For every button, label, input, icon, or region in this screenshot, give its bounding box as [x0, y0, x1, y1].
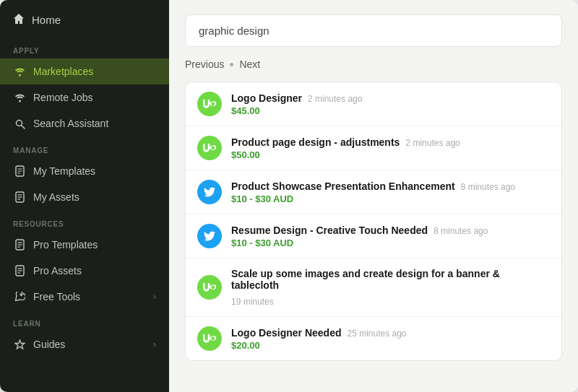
job-title: Resume Design - Creative Touch Needed: [231, 225, 428, 236]
search-bar: graphic design: [185, 14, 562, 47]
job-item-job-2[interactable]: Product page design - adjustments2 minut…: [186, 126, 561, 170]
job-item-job-6[interactable]: Logo Designer Needed25 minutes ago$20.00: [186, 317, 561, 360]
home-icon: [13, 13, 25, 27]
pagination-separator: [230, 63, 233, 66]
job-logo-upwork: [197, 275, 222, 300]
job-info: Resume Design - Creative Touch Needed8 m…: [231, 225, 550, 248]
job-info: Scale up some images and create design f…: [231, 268, 550, 307]
sidebar-item-my-assets[interactable]: My Assets: [0, 184, 169, 210]
sidebar-item-pro-templates[interactable]: Pro Templates: [0, 232, 169, 258]
job-info: Logo Designer2 minutes ago$45.00: [231, 92, 550, 116]
pagination-row: Previous Next: [185, 58, 562, 70]
svg-line-3: [22, 126, 25, 129]
svg-marker-20: [15, 340, 25, 349]
job-time: 2 minutes ago: [405, 138, 460, 148]
sidebar-section-label: APPLY: [0, 37, 169, 58]
job-item-job-1[interactable]: Logo Designer2 minutes ago$45.00: [186, 82, 561, 126]
sidebar: Home APPLY Marketplaces Remote Jobs Sear…: [0, 0, 169, 392]
sidebar-item-label: My Templates: [33, 165, 95, 177]
job-item-job-4[interactable]: Resume Design - Creative Touch Needed8 m…: [186, 214, 561, 258]
job-title: Product page design - adjustments: [231, 136, 400, 148]
sidebar-section-label: MANAGE: [0, 136, 169, 158]
tool-icon: [13, 290, 26, 303]
star-icon: [13, 338, 26, 351]
job-time: 8 minutes ago: [461, 182, 515, 192]
job-time: 25 minutes ago: [347, 328, 406, 339]
sidebar-item-label: Search Assistant: [33, 118, 108, 129]
job-title: Logo Designer Needed: [231, 327, 341, 339]
job-price: $20.00: [231, 340, 550, 351]
chevron-right-icon: ›: [153, 292, 156, 302]
svg-point-1: [19, 100, 21, 102]
job-item-job-5[interactable]: Scale up some images and create design f…: [186, 258, 561, 317]
job-price: $50.00: [231, 149, 550, 160]
sidebar-item-guides[interactable]: Guides›: [0, 331, 169, 357]
sidebar-item-pro-assets[interactable]: Pro Assets: [0, 258, 169, 284]
chevron-right-icon: ›: [153, 339, 156, 349]
sidebar-item-my-templates[interactable]: My Templates: [0, 158, 169, 184]
doc-icon: [13, 264, 26, 277]
doc-icon: [13, 191, 26, 204]
next-button[interactable]: Next: [239, 58, 260, 70]
sidebar-sections: APPLY Marketplaces Remote Jobs Search As…: [0, 37, 169, 357]
sidebar-section-label: RESOURCES: [0, 210, 169, 232]
job-item-job-3[interactable]: Product Showcase Presentation Enhancemen…: [186, 170, 561, 214]
prev-button[interactable]: Previous: [185, 58, 224, 70]
main-inner: graphic design Previous Next Logo Design…: [169, 0, 578, 392]
job-price: $10 - $30 AUD: [231, 238, 550, 248]
sidebar-item-marketplaces[interactable]: Marketplaces: [0, 58, 169, 84]
svg-point-0: [19, 74, 21, 76]
job-info: Logo Designer Needed25 minutes ago$20.00: [231, 327, 550, 351]
job-logo-twitter: [197, 224, 222, 248]
sidebar-item-label: Remote Jobs: [33, 92, 92, 103]
sidebar-item-label: Pro Assets: [33, 265, 82, 276]
sidebar-item-label: Guides: [33, 339, 65, 350]
search-icon: [13, 117, 26, 130]
doc-icon: [13, 165, 26, 178]
job-time: 8 minutes ago: [434, 226, 488, 236]
job-title: Product Showcase Presentation Enhancemen…: [231, 180, 455, 192]
svg-point-2: [16, 120, 22, 126]
signal-icon: [13, 91, 26, 104]
signal-icon: [13, 65, 26, 78]
sidebar-item-label: Free Tools: [33, 291, 80, 302]
doc-icon: [13, 238, 26, 251]
job-title: Logo Designer: [231, 92, 302, 104]
sidebar-section-label: LEARN: [0, 310, 169, 331]
job-logo-upwork: [197, 136, 222, 160]
sidebar-item-remote-jobs[interactable]: Remote Jobs: [0, 84, 169, 110]
app-container: Home APPLY Marketplaces Remote Jobs Sear…: [0, 0, 578, 392]
job-logo-upwork: [197, 92, 222, 116]
job-logo-twitter: [197, 180, 222, 204]
sidebar-item-label: My Assets: [33, 191, 79, 203]
job-logo-upwork: [197, 326, 222, 351]
job-time: 2 minutes ago: [308, 94, 362, 104]
job-price: $10 - $30 AUD: [231, 193, 550, 204]
sidebar-item-search-assistant[interactable]: Search Assistant: [0, 110, 169, 136]
job-title: Scale up some images and create design f…: [231, 268, 550, 291]
sidebar-item-free-tools[interactable]: Free Tools›: [0, 284, 169, 310]
job-list: Logo Designer2 minutes ago$45.00 Product…: [185, 82, 562, 361]
sidebar-item-label: Pro Templates: [33, 239, 98, 251]
sidebar-item-label: Marketplaces: [33, 66, 93, 77]
job-price: $45.00: [231, 105, 550, 116]
sidebar-item-home[interactable]: Home: [0, 0, 169, 37]
job-info: Product page design - adjustments2 minut…: [231, 136, 550, 160]
job-info: Product Showcase Presentation Enhancemen…: [231, 180, 550, 204]
main-content: graphic design Previous Next Logo Design…: [169, 0, 578, 392]
job-time: 19 minutes: [231, 297, 274, 307]
